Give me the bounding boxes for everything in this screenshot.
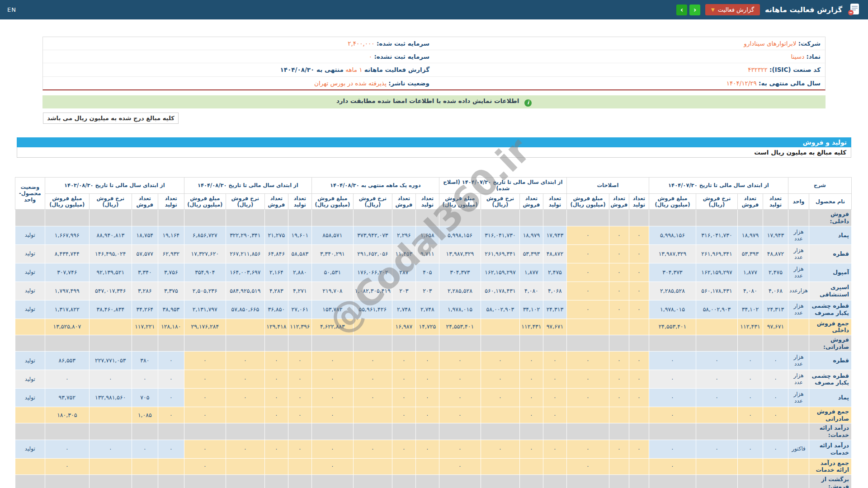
report-file-icon[interactable] bbox=[847, 2, 861, 18]
cell-value bbox=[629, 335, 649, 351]
activity-report-dropdown-button[interactable]: گزارش فعالیت ▼ bbox=[705, 4, 760, 15]
cell-value: ۰ bbox=[184, 407, 226, 423]
info-cell-listing-status: وضعیت ناشر: پذیرفته شده در بورس تهران bbox=[43, 77, 434, 89]
cell-value: ۴,۲۷۱ bbox=[288, 282, 311, 300]
cell-value: ۰ bbox=[543, 352, 566, 370]
header-group-0: از ابتدای سال مالی تا تاریخ ۱۴۰۴/۰۷/۳۰ bbox=[649, 177, 788, 193]
cell-value: ۲۴,۳۱۳ bbox=[763, 300, 788, 319]
cell-value: ۱۳,۹۸۷,۳۲۹ bbox=[439, 244, 481, 263]
cell-value: ۰ bbox=[311, 407, 353, 423]
cell-value: ۰ bbox=[696, 440, 737, 458]
cell-value: ۸۶,۵۵۳ bbox=[45, 352, 89, 370]
cell-value: ۳۴,۱۰۲ bbox=[519, 300, 543, 319]
header-subcol: تعداد تولید bbox=[288, 193, 311, 210]
cell-value: ۶۴,۸۴۶ bbox=[264, 244, 288, 263]
cell-value: ۰ bbox=[311, 440, 353, 458]
cell-value bbox=[737, 210, 763, 226]
cell-value bbox=[288, 335, 311, 351]
cell-value: ۱۱۲,۴۳۱ bbox=[737, 319, 763, 335]
report-nav-buttons: ‹ › bbox=[676, 5, 700, 15]
cell-value: ۰ bbox=[543, 389, 566, 407]
cell-unit: هزار عدد bbox=[788, 263, 809, 282]
cell-value: ۰ bbox=[737, 370, 763, 389]
section-label: فروش داخلی: bbox=[809, 210, 852, 226]
header-group-1: اصلاحات bbox=[566, 177, 649, 193]
cell-value: ۳,۲۸۶ bbox=[132, 282, 158, 300]
cell-value: ۱۷۶,۰۶۶,۲۰۲ bbox=[353, 263, 392, 282]
cell-value: ۱۳,۵۲۵,۸۰۷ bbox=[45, 319, 89, 335]
cell-value: ۳۸,۴۶۰,۸۳۴ bbox=[89, 300, 132, 319]
cell-value: ۱,۸۷۷ bbox=[737, 263, 763, 282]
cell-value: ۰ bbox=[763, 370, 788, 389]
cell-value bbox=[481, 335, 519, 351]
cell-value bbox=[353, 423, 392, 440]
chevron-down-icon: ▼ bbox=[711, 8, 715, 12]
cell-value: ۰ bbox=[566, 458, 609, 474]
cell-value: ۰ bbox=[629, 244, 649, 263]
cell-value: ۰ bbox=[609, 300, 629, 319]
cell-value bbox=[264, 458, 288, 474]
cell-value: ۳۶,۸۵۰ bbox=[264, 300, 288, 319]
cell-value: ۸۸,۹۴۰,۸۱۳ bbox=[89, 226, 132, 244]
cell-value: ۴۰۵ bbox=[415, 263, 439, 282]
cell-value: ۰ bbox=[132, 370, 158, 389]
cell-value: ۴۸,۸۷۲ bbox=[543, 244, 566, 263]
cell-value: ۲۷,۰۶۱ bbox=[288, 300, 311, 319]
cell-value bbox=[415, 458, 439, 474]
cell-unit bbox=[788, 474, 809, 488]
cell-value bbox=[158, 335, 184, 351]
cell-value: ۱۹,۶۰۱ bbox=[288, 226, 311, 244]
cell-value: ۰ bbox=[566, 263, 609, 282]
cell-value: ۸۵۸,۵۷۱ bbox=[311, 226, 353, 244]
cell-value: ۳,۷۵۶ bbox=[158, 263, 184, 282]
cell-value: ۳۴,۱۰۲ bbox=[737, 300, 763, 319]
cell-value: ۱۷,۹۴۳ bbox=[543, 226, 566, 244]
cell-unit bbox=[788, 407, 809, 423]
cell-unit: هزار عدد bbox=[788, 300, 809, 319]
cell-value: ۴,۲۸۳ bbox=[264, 282, 288, 300]
cell-value bbox=[609, 335, 629, 351]
cell-value: ۱۱۲,۴۳۱ bbox=[519, 319, 543, 335]
cell-value: ۱۸۰,۳۰۵ bbox=[45, 407, 89, 423]
cell-value bbox=[353, 210, 392, 226]
cell-value: ۰ bbox=[566, 300, 609, 319]
cell-value: ۰ bbox=[737, 407, 763, 423]
cell-value: ۰ bbox=[763, 352, 788, 370]
cell-value bbox=[543, 474, 566, 488]
cell-value: ۰ bbox=[629, 226, 649, 244]
cell-value: ۲۶۱,۹۶۹,۳۴۱ bbox=[696, 244, 737, 263]
product-row: پمادهزار عدد۱۷,۹۴۳۱۸,۹۷۹۳۱۶,۰۴۱,۷۳۰۵,۹۹۸… bbox=[15, 226, 851, 244]
cell-value bbox=[737, 458, 763, 474]
cell-unit: هزارعدد bbox=[788, 282, 809, 300]
info-value: دسینا bbox=[791, 53, 805, 60]
cell-status: تولید bbox=[15, 370, 45, 389]
language-en-link[interactable]: EN bbox=[7, 6, 16, 13]
next-report-button[interactable]: › bbox=[689, 5, 700, 15]
cell-value bbox=[566, 474, 609, 488]
info-row: کد صنعت (ISIC): ۴۳۲۳۲۲ گزارش فعالیت ماها… bbox=[43, 63, 825, 76]
cell-value bbox=[566, 319, 609, 335]
cell-value bbox=[89, 319, 132, 335]
cell-value: ۵۸۴,۹۲۵,۵۱۹ bbox=[226, 282, 264, 300]
cell-value: ۲,۷۴۸ bbox=[392, 300, 415, 319]
activity-report-dropdown-label: گزارش فعالیت bbox=[718, 6, 754, 13]
cell-value bbox=[649, 210, 696, 226]
prev-report-button[interactable]: ‹ bbox=[676, 5, 687, 15]
product-row: آمپولهزار عدد۲,۴۷۵۱,۸۷۷۱۶۲,۱۵۹,۲۹۷۳۰۴,۳۷… bbox=[15, 263, 851, 282]
cell-value: ۰ bbox=[649, 440, 696, 458]
cell-value: ۰ bbox=[311, 352, 353, 370]
cell-value: ۰ bbox=[288, 352, 311, 370]
cell-value bbox=[226, 335, 264, 351]
header-subcol: مبلغ فروش (میلیون ریال) bbox=[311, 193, 353, 210]
cell-value: ۰ bbox=[158, 407, 184, 423]
info-value: پذیرفته شده در بورس تهران bbox=[314, 80, 387, 87]
header-subcol: تعداد تولید bbox=[543, 193, 566, 210]
header-subcol: تعداد تولید bbox=[763, 193, 788, 210]
cell-status: تولید bbox=[15, 300, 45, 319]
cell-value: ۰ bbox=[609, 244, 629, 263]
cell-value: ۰ bbox=[519, 407, 543, 423]
cell-value bbox=[566, 210, 609, 226]
cell-value bbox=[132, 335, 158, 351]
cell-value: ۰ bbox=[609, 263, 629, 282]
cell-value bbox=[439, 474, 481, 488]
